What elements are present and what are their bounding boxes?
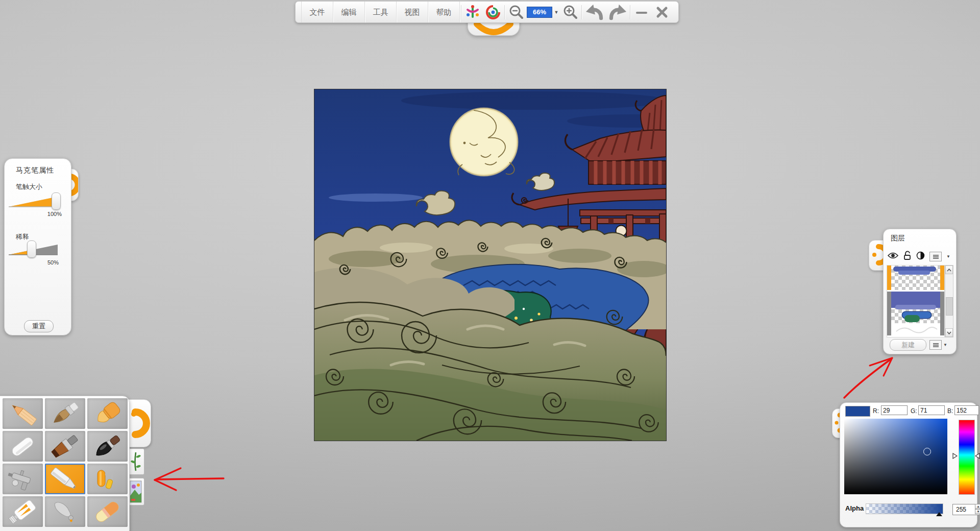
layer-selected-bar (940, 266, 944, 290)
tool-chalk[interactable] (3, 431, 43, 462)
app-figure-icon[interactable] (462, 2, 483, 22)
color-cursor[interactable] (923, 448, 931, 455)
desktop-background: 文件 编辑 工具 视图 帮助 (0, 0, 980, 531)
scrollbar-thumb[interactable] (946, 297, 953, 316)
green-value-input[interactable] (918, 405, 945, 415)
menu-view[interactable]: 视图 (397, 2, 428, 22)
brush-size-label: 笔触大小 (16, 182, 42, 191)
alpha-label: Alpha (845, 504, 864, 512)
tool-eraser[interactable] (87, 496, 128, 527)
menu-edit[interactable]: 编辑 (333, 2, 365, 22)
mascot-tab-icon (126, 400, 151, 447)
minimize-icon[interactable] (631, 2, 652, 22)
layer-selected-bar (887, 266, 891, 290)
alpha-slider-marker[interactable] (936, 512, 942, 516)
red-label: R: (873, 407, 879, 415)
toolbar-separator (461, 5, 461, 19)
zoom-out-icon[interactable] (506, 2, 526, 22)
alpha-spinner: ▲ ▼ (975, 504, 980, 514)
arrow-to-tool-palette (156, 478, 224, 479)
menu-help[interactable]: 帮助 (428, 2, 460, 22)
layer-list[interactable] (887, 265, 945, 337)
alpha-spin-up-icon[interactable]: ▲ (975, 504, 980, 509)
layer-item[interactable] (887, 292, 944, 335)
layer-bar (887, 292, 891, 335)
app-swirl-icon[interactable] (483, 2, 503, 22)
drawing-canvas[interactable] (314, 89, 667, 441)
menu-file[interactable]: 文件 (301, 2, 333, 22)
main-toolbar: 文件 编辑 工具 视图 帮助 (295, 1, 679, 23)
tool-paint-tube[interactable] (3, 496, 43, 527)
hue-slider[interactable] (959, 420, 975, 495)
dilution-slider-handle[interactable] (27, 240, 36, 258)
tool-flat-brush[interactable] (45, 431, 85, 462)
bamboo-icon (130, 451, 141, 472)
current-color-swatch (845, 406, 870, 417)
layer-thumbnail (891, 292, 940, 335)
blue-label: B: (947, 407, 953, 415)
reset-button[interactable]: 重置 (24, 320, 54, 332)
saturation-value-picker[interactable] (844, 419, 947, 494)
dilution-label: 稀释 (16, 232, 29, 242)
layer-menu-icon[interactable] (929, 252, 942, 261)
tool-marker[interactable] (45, 464, 85, 494)
hue-marker-left[interactable] (952, 453, 958, 459)
color-picker-panel: R: G: B: Alpha ▲ ▼ (840, 402, 977, 527)
texture-image-icon (130, 480, 142, 503)
alpha-slider[interactable] (866, 503, 943, 514)
tool-airbrush[interactable] (3, 464, 43, 494)
layer-list-menu-icon[interactable] (929, 340, 942, 350)
redo-icon[interactable] (606, 2, 629, 22)
green-label: G: (911, 407, 917, 415)
zoom-dropdown-caret[interactable]: ▼ (553, 7, 560, 17)
tool-pointed-brush[interactable] (45, 398, 85, 429)
close-icon[interactable] (652, 2, 672, 22)
tool-grid (3, 398, 128, 527)
toolbar-separator (581, 5, 582, 19)
tool-ink-brush[interactable] (87, 431, 128, 462)
layers-panel: 图层 ▼ (883, 229, 957, 354)
brush-size-value: 100% (47, 211, 62, 217)
layer-list-scrollbar[interactable] (945, 265, 953, 337)
tool-pencil[interactable] (3, 398, 43, 429)
brush-size-slider-handle[interactable] (52, 192, 61, 210)
tool-palette-panel (0, 396, 130, 531)
layer-menu-caret[interactable]: ▼ (946, 254, 950, 259)
menu-tools[interactable]: 工具 (365, 2, 397, 22)
dilution-value: 50% (47, 259, 59, 266)
layer-controls: ▼ (888, 251, 950, 262)
scroll-up-icon[interactable] (945, 266, 953, 274)
layer-bar (940, 292, 944, 335)
layer-thumbnail (891, 266, 940, 290)
hue-marker-right[interactable] (975, 453, 980, 459)
new-layer-button[interactable]: 新建 (890, 339, 926, 351)
arrow-to-new-layer-button (844, 359, 891, 398)
visibility-eye-icon[interactable] (888, 252, 898, 261)
marker-panel-title: 马克笔属性 (16, 166, 54, 175)
tool-crayon[interactable] (87, 398, 128, 429)
marker-properties-panel: 马克笔属性 笔触大小 100% 稀释 50% 重置 (4, 158, 71, 335)
blue-value-input[interactable] (954, 405, 979, 415)
red-value-input[interactable] (881, 405, 908, 415)
canvas-artwork (314, 89, 666, 441)
alpha-spin-down-icon[interactable]: ▼ (975, 509, 980, 514)
tool-blender[interactable] (45, 496, 85, 527)
zoom-in-icon[interactable] (560, 2, 580, 22)
layer-list-menu-caret[interactable]: ▼ (943, 343, 947, 347)
layers-panel-title: 图层 (891, 234, 905, 243)
scroll-down-icon[interactable] (945, 328, 953, 337)
contrast-icon[interactable] (916, 251, 925, 262)
toolbar-separator (504, 5, 505, 19)
toolbar-separator (630, 5, 630, 19)
layer-item-selected[interactable] (887, 266, 944, 290)
tool-paint-roller[interactable] (87, 464, 128, 494)
undo-icon[interactable] (583, 2, 606, 22)
zoom-level-field[interactable]: 66% (527, 7, 552, 18)
unlock-icon[interactable] (903, 251, 912, 262)
